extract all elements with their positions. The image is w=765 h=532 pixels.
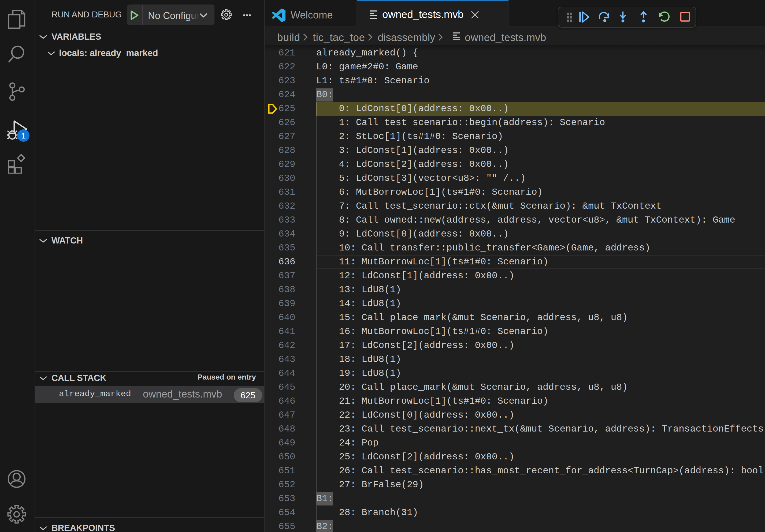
svg-text:1: 1: [21, 131, 26, 140]
